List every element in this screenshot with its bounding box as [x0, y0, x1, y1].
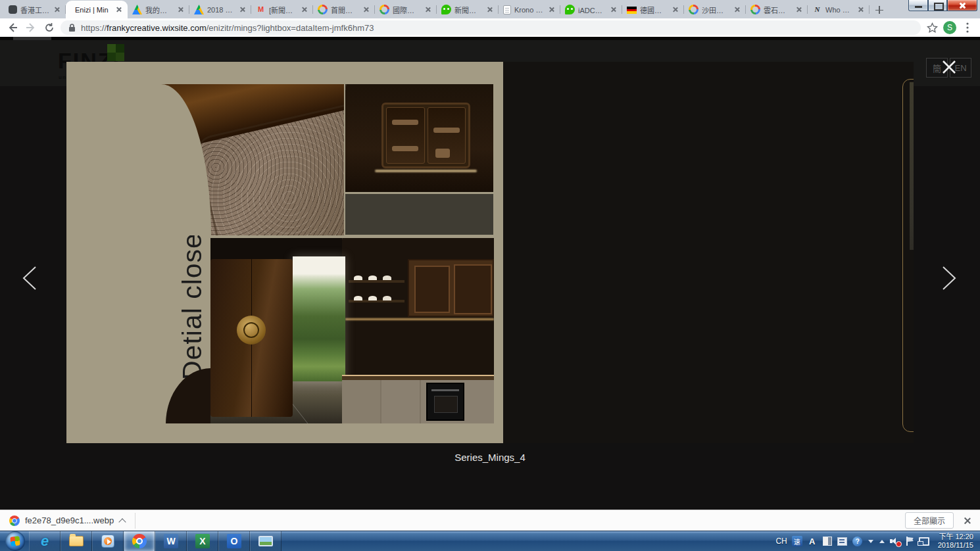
- tab-close-icon[interactable]: [176, 5, 185, 14]
- url-host: frankycreative.wixsite.com: [107, 23, 207, 33]
- tab-close-icon[interactable]: [362, 5, 370, 14]
- browser-tab[interactable]: 香港工程顧: [4, 1, 66, 18]
- kitchen-counter: [342, 375, 494, 380]
- start-button[interactable]: [5, 531, 25, 551]
- google-icon: [380, 5, 389, 14]
- browser-tab[interactable]: 沙田第一城: [684, 1, 746, 18]
- tab-close-icon[interactable]: [53, 5, 61, 14]
- tab-close-icon[interactable]: [856, 5, 865, 14]
- browser-tab[interactable]: 我的雲端硬: [128, 1, 189, 18]
- new-tab-button[interactable]: [870, 1, 889, 18]
- taskbar-ie-button[interactable]: e: [29, 531, 61, 551]
- cabinet-photo: [345, 84, 493, 192]
- tab-title: [新聞稿] M: [269, 5, 297, 15]
- tab-close-icon[interactable]: [671, 5, 679, 14]
- taskbar-explorer-button[interactable]: [61, 531, 92, 551]
- action-center-flag-icon[interactable]: [905, 537, 914, 546]
- taskbar-media-player-button[interactable]: [92, 531, 124, 551]
- browser-tab[interactable]: N Who We A: [808, 1, 870, 18]
- help-icon[interactable]: ?: [852, 537, 862, 546]
- taskbar-excel-button[interactable]: X: [187, 531, 218, 551]
- tab-close-icon[interactable]: [547, 5, 556, 14]
- browser-tab[interactable]: 2018 - Go: [189, 1, 251, 18]
- menu-dots-icon[interactable]: [960, 20, 975, 35]
- outlook-icon: O: [227, 534, 241, 548]
- download-item[interactable]: fe2e78_d9e9c1....webp: [0, 510, 135, 531]
- clock-date: 2018/11/15: [938, 541, 973, 550]
- bookmark-star-icon[interactable]: [925, 20, 939, 35]
- show-all-downloads-button[interactable]: 全部顯示: [905, 512, 954, 529]
- tab-close-icon[interactable]: [609, 5, 618, 14]
- back-icon[interactable]: [5, 20, 20, 35]
- curved-cutout: [166, 368, 210, 424]
- profile-avatar[interactable]: S: [943, 21, 956, 34]
- system-tray: CH 速 A ? 下午 12:20 2018/11/15: [775, 533, 980, 550]
- tab-close-icon[interactable]: [733, 5, 741, 14]
- window-controls: [908, 0, 977, 11]
- taskbar-outlook-button[interactable]: O: [218, 531, 250, 551]
- reload-icon[interactable]: [42, 20, 57, 35]
- n-logo-icon: N: [812, 5, 822, 14]
- wall-shelf: [349, 300, 404, 302]
- gmail-icon: M: [256, 5, 266, 14]
- taskbar-photo-viewer-button[interactable]: [250, 531, 282, 551]
- tab-title: 2018 - Go: [207, 6, 235, 14]
- volume-muted-icon[interactable]: [890, 537, 900, 546]
- ime-quick-icon[interactable]: 速: [792, 536, 802, 546]
- browser-tab[interactable]: iADC國際: [560, 1, 622, 18]
- browser-tab[interactable]: 雲石硬度分: [746, 1, 808, 18]
- browser-tab[interactable]: 首間實體店: [313, 1, 375, 18]
- minimize-button[interactable]: [908, 0, 928, 11]
- next-image-arrow[interactable]: [941, 266, 960, 292]
- browser-tab[interactable]: 國際藝展中: [375, 1, 437, 18]
- browser-toolbar: https://frankycreative.wixsite.com/enizi…: [0, 18, 980, 37]
- folder-icon: [69, 536, 84, 546]
- taskbar-clock[interactable]: 下午 12:20 2018/11/15: [934, 533, 973, 550]
- google-drive-icon: [132, 5, 142, 14]
- tab-close-icon[interactable]: [114, 5, 123, 14]
- prev-image-arrow[interactable]: [21, 266, 41, 292]
- tab-close-icon[interactable]: [424, 5, 432, 14]
- taskbar-word-button[interactable]: W: [155, 531, 187, 551]
- ime-panel-icon[interactable]: [823, 537, 832, 546]
- forward-icon[interactable]: [24, 20, 38, 35]
- tab-close-icon[interactable]: [485, 5, 494, 14]
- close-window-button[interactable]: [947, 0, 977, 11]
- google-icon: [750, 5, 760, 14]
- tab-close-icon[interactable]: [300, 5, 308, 14]
- ime-mode-icon[interactable]: A: [807, 536, 818, 546]
- tab-title: 新聞稿 - 生: [454, 5, 482, 15]
- word-icon: W: [164, 534, 178, 548]
- excel-icon: X: [195, 534, 210, 548]
- show-hidden-icons[interactable]: [879, 540, 885, 543]
- chevron-up-icon[interactable]: [119, 517, 126, 524]
- browser-tab[interactable]: Krono Syst: [499, 1, 560, 18]
- tab-close-icon[interactable]: [795, 5, 803, 14]
- olive-block: [345, 194, 493, 235]
- download-filename: fe2e78_d9e9c1....webp: [25, 515, 114, 525]
- browser-tab[interactable]: 新聞稿 - 生: [437, 1, 499, 18]
- lock-icon: [67, 20, 76, 35]
- browser-tab[interactable]: M [新聞稿] M: [251, 1, 313, 18]
- language-indicator[interactable]: CH: [775, 537, 787, 546]
- tab-title: 德國寶|最: [640, 5, 668, 15]
- tab-title: 首間實體店: [331, 5, 358, 15]
- address-bar[interactable]: https://frankycreative.wixsite.com/enizi…: [61, 20, 921, 35]
- swatch-olive: [910, 82, 914, 250]
- tab-close-icon[interactable]: [238, 5, 247, 14]
- logo-squares-icon: [107, 44, 124, 61]
- taskbar-chrome-button[interactable]: [124, 531, 155, 551]
- url-scheme: https://: [81, 23, 107, 33]
- close-download-bar-icon[interactable]: [963, 516, 972, 525]
- tray-options-icon[interactable]: [868, 540, 873, 543]
- browser-tab-active[interactable]: Enizi | Min: [66, 1, 128, 18]
- kitchen-photo: [210, 238, 494, 423]
- browser-tab[interactable]: 德國寶|最: [622, 1, 684, 18]
- lightbox-close-icon[interactable]: [940, 58, 958, 76]
- ime-toolbar-icon[interactable]: [837, 537, 847, 546]
- maximize-button[interactable]: [928, 0, 947, 11]
- chrome-icon: [132, 534, 147, 548]
- photo-viewer-icon: [258, 536, 273, 546]
- network-icon[interactable]: [919, 537, 929, 546]
- wechat-icon: [441, 5, 451, 14]
